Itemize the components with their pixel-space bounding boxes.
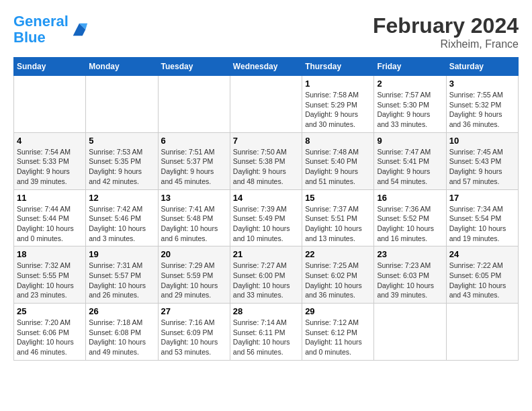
calendar-cell: 6Sunrise: 7:51 AM Sunset: 5:37 PM Daylig… bbox=[158, 132, 230, 189]
calendar-cell bbox=[374, 304, 446, 361]
calendar-cell: 13Sunrise: 7:41 AM Sunset: 5:48 PM Dayli… bbox=[158, 189, 230, 246]
calendar-cell: 5Sunrise: 7:53 AM Sunset: 5:35 PM Daylig… bbox=[86, 132, 158, 189]
calendar-cell: 26Sunrise: 7:18 AM Sunset: 6:08 PM Dayli… bbox=[86, 304, 158, 361]
calendar-cell bbox=[14, 76, 86, 133]
day-info: Sunrise: 7:58 AM Sunset: 5:29 PM Dayligh… bbox=[305, 90, 371, 130]
day-number: 26 bbox=[89, 306, 154, 316]
day-info: Sunrise: 7:42 AM Sunset: 5:46 PM Dayligh… bbox=[89, 204, 154, 244]
day-info: Sunrise: 7:45 AM Sunset: 5:43 PM Dayligh… bbox=[449, 147, 515, 187]
day-info: Sunrise: 7:34 AM Sunset: 5:54 PM Dayligh… bbox=[449, 204, 515, 244]
calendar-week-1: 1Sunrise: 7:58 AM Sunset: 5:29 PM Daylig… bbox=[14, 76, 519, 133]
day-info: Sunrise: 7:31 AM Sunset: 5:57 PM Dayligh… bbox=[89, 261, 154, 300]
calendar-week-2: 4Sunrise: 7:54 AM Sunset: 5:33 PM Daylig… bbox=[14, 132, 519, 189]
calendar-cell: 27Sunrise: 7:16 AM Sunset: 6:09 PM Dayli… bbox=[158, 304, 230, 361]
calendar-cell bbox=[158, 76, 230, 133]
day-info: Sunrise: 7:57 AM Sunset: 5:30 PM Dayligh… bbox=[377, 90, 443, 130]
weekday-header-saturday: Saturday bbox=[446, 58, 518, 76]
day-number: 13 bbox=[161, 193, 227, 203]
calendar-cell: 11Sunrise: 7:44 AM Sunset: 5:44 PM Dayli… bbox=[14, 189, 86, 246]
logo: GeneralBlue bbox=[13, 13, 89, 46]
calendar-cell: 29Sunrise: 7:12 AM Sunset: 6:12 PM Dayli… bbox=[302, 304, 374, 361]
day-number: 25 bbox=[17, 306, 83, 316]
day-number: 5 bbox=[89, 136, 154, 146]
day-info: Sunrise: 7:41 AM Sunset: 5:48 PM Dayligh… bbox=[161, 204, 227, 244]
day-number: 18 bbox=[17, 249, 83, 259]
day-info: Sunrise: 7:50 AM Sunset: 5:38 PM Dayligh… bbox=[233, 147, 299, 187]
day-info: Sunrise: 7:23 AM Sunset: 6:03 PM Dayligh… bbox=[377, 261, 443, 300]
calendar-cell: 21Sunrise: 7:27 AM Sunset: 6:00 PM Dayli… bbox=[230, 246, 302, 304]
calendar-body: 1Sunrise: 7:58 AM Sunset: 5:29 PM Daylig… bbox=[14, 76, 519, 361]
day-number: 8 bbox=[305, 136, 371, 146]
calendar-cell: 3Sunrise: 7:55 AM Sunset: 5:32 PM Daylig… bbox=[446, 76, 518, 133]
day-info: Sunrise: 7:22 AM Sunset: 6:05 PM Dayligh… bbox=[449, 261, 515, 300]
logo-text: GeneralBlue bbox=[13, 13, 69, 46]
day-number: 23 bbox=[377, 249, 443, 259]
day-info: Sunrise: 7:12 AM Sunset: 6:12 PM Dayligh… bbox=[305, 318, 371, 357]
day-info: Sunrise: 7:39 AM Sunset: 5:49 PM Dayligh… bbox=[233, 204, 299, 244]
calendar-cell: 12Sunrise: 7:42 AM Sunset: 5:46 PM Dayli… bbox=[86, 189, 158, 246]
calendar-title: February 2024 bbox=[373, 13, 519, 38]
calendar-table: SundayMondayTuesdayWednesdayThursdayFrid… bbox=[13, 57, 519, 361]
day-number: 12 bbox=[89, 193, 154, 203]
day-number: 7 bbox=[233, 136, 299, 146]
day-number: 1 bbox=[305, 79, 371, 89]
calendar-cell bbox=[446, 304, 518, 361]
day-number: 29 bbox=[305, 306, 371, 316]
day-number: 9 bbox=[377, 136, 443, 146]
day-number: 21 bbox=[233, 249, 299, 259]
day-info: Sunrise: 7:53 AM Sunset: 5:35 PM Dayligh… bbox=[89, 147, 154, 187]
weekday-header-monday: Monday bbox=[86, 58, 158, 76]
weekday-header-friday: Friday bbox=[374, 58, 446, 76]
day-number: 14 bbox=[233, 193, 299, 203]
day-info: Sunrise: 7:47 AM Sunset: 5:41 PM Dayligh… bbox=[377, 147, 443, 187]
day-info: Sunrise: 7:37 AM Sunset: 5:51 PM Dayligh… bbox=[305, 204, 371, 244]
calendar-cell: 15Sunrise: 7:37 AM Sunset: 5:51 PM Dayli… bbox=[302, 189, 374, 246]
day-number: 3 bbox=[449, 79, 515, 89]
day-number: 4 bbox=[17, 136, 83, 146]
calendar-cell: 19Sunrise: 7:31 AM Sunset: 5:57 PM Dayli… bbox=[86, 246, 158, 304]
calendar-subtitle: Rixheim, France bbox=[373, 38, 519, 50]
logo-icon bbox=[70, 20, 89, 39]
calendar-cell bbox=[230, 76, 302, 133]
day-number: 28 bbox=[233, 306, 299, 316]
calendar-header: SundayMondayTuesdayWednesdayThursdayFrid… bbox=[14, 58, 519, 76]
calendar-cell: 7Sunrise: 7:50 AM Sunset: 5:38 PM Daylig… bbox=[230, 132, 302, 189]
day-info: Sunrise: 7:44 AM Sunset: 5:44 PM Dayligh… bbox=[17, 204, 83, 244]
day-info: Sunrise: 7:55 AM Sunset: 5:32 PM Dayligh… bbox=[449, 90, 515, 130]
day-number: 2 bbox=[377, 79, 443, 89]
calendar-week-4: 18Sunrise: 7:32 AM Sunset: 5:55 PM Dayli… bbox=[14, 246, 519, 304]
weekday-header-row: SundayMondayTuesdayWednesdayThursdayFrid… bbox=[14, 58, 519, 76]
calendar-cell: 1Sunrise: 7:58 AM Sunset: 5:29 PM Daylig… bbox=[302, 76, 374, 133]
calendar-cell: 10Sunrise: 7:45 AM Sunset: 5:43 PM Dayli… bbox=[446, 132, 518, 189]
day-info: Sunrise: 7:51 AM Sunset: 5:37 PM Dayligh… bbox=[161, 147, 227, 187]
day-number: 24 bbox=[449, 249, 515, 259]
day-number: 27 bbox=[161, 306, 227, 316]
day-info: Sunrise: 7:18 AM Sunset: 6:08 PM Dayligh… bbox=[89, 318, 154, 357]
calendar-cell: 16Sunrise: 7:36 AM Sunset: 5:52 PM Dayli… bbox=[374, 189, 446, 246]
title-block: February 2024 Rixheim, France bbox=[373, 13, 519, 50]
day-number: 15 bbox=[305, 193, 371, 203]
calendar-cell: 17Sunrise: 7:34 AM Sunset: 5:54 PM Dayli… bbox=[446, 189, 518, 246]
day-info: Sunrise: 7:14 AM Sunset: 6:11 PM Dayligh… bbox=[233, 318, 299, 357]
calendar-cell: 8Sunrise: 7:48 AM Sunset: 5:40 PM Daylig… bbox=[302, 132, 374, 189]
day-number: 6 bbox=[161, 136, 227, 146]
day-info: Sunrise: 7:36 AM Sunset: 5:52 PM Dayligh… bbox=[377, 204, 443, 244]
calendar-cell: 2Sunrise: 7:57 AM Sunset: 5:30 PM Daylig… bbox=[374, 76, 446, 133]
weekday-header-thursday: Thursday bbox=[302, 58, 374, 76]
day-info: Sunrise: 7:48 AM Sunset: 5:40 PM Dayligh… bbox=[305, 147, 371, 187]
page-header: GeneralBlue February 2024 Rixheim, Franc… bbox=[13, 13, 519, 50]
day-info: Sunrise: 7:20 AM Sunset: 6:06 PM Dayligh… bbox=[17, 318, 83, 357]
weekday-header-tuesday: Tuesday bbox=[158, 58, 230, 76]
calendar-cell: 4Sunrise: 7:54 AM Sunset: 5:33 PM Daylig… bbox=[14, 132, 86, 189]
calendar-cell: 28Sunrise: 7:14 AM Sunset: 6:11 PM Dayli… bbox=[230, 304, 302, 361]
day-number: 20 bbox=[161, 249, 227, 259]
calendar-week-5: 25Sunrise: 7:20 AM Sunset: 6:06 PM Dayli… bbox=[14, 304, 519, 361]
calendar-cell bbox=[86, 76, 158, 133]
day-number: 11 bbox=[17, 193, 83, 203]
day-number: 10 bbox=[449, 136, 515, 146]
calendar-cell: 22Sunrise: 7:25 AM Sunset: 6:02 PM Dayli… bbox=[302, 246, 374, 304]
day-info: Sunrise: 7:27 AM Sunset: 6:00 PM Dayligh… bbox=[233, 261, 299, 300]
calendar-week-3: 11Sunrise: 7:44 AM Sunset: 5:44 PM Dayli… bbox=[14, 189, 519, 246]
day-info: Sunrise: 7:29 AM Sunset: 5:59 PM Dayligh… bbox=[161, 261, 227, 300]
day-info: Sunrise: 7:54 AM Sunset: 5:33 PM Dayligh… bbox=[17, 147, 83, 187]
